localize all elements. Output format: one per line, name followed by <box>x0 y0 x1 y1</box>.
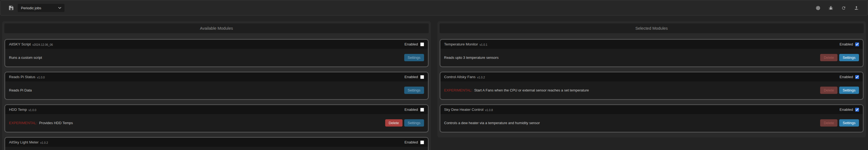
save-icon <box>9 6 13 10</box>
module-card-body: Runs a custom script Settings <box>5 49 428 66</box>
module-description: Controls a dew heater via a temperature … <box>444 121 540 125</box>
module-name: Control Allsky Fans <box>444 75 476 79</box>
module-version: v1.0.1 <box>479 42 488 46</box>
available-modules-header: Available Modules <box>4 23 429 33</box>
enabled-toggle[interactable]: Enabled <box>404 108 424 112</box>
enabled-toggle[interactable]: Enabled <box>404 140 424 144</box>
module-card-header: Control Allsky Fans v1.0.2 Enabled <box>440 72 863 81</box>
module-description-text: Reads upto 3 temperature sensors <box>444 56 499 60</box>
enabled-toggle[interactable]: Enabled <box>404 75 424 79</box>
settings-button[interactable]: Settings <box>404 119 424 127</box>
module-card-header: Sky Dew Heater Control v1.0.8 Enabled <box>440 105 863 114</box>
enabled-checkbox[interactable] <box>420 42 424 46</box>
enabled-label: Enabled <box>839 42 853 46</box>
module-name: AllSky Light Meter <box>9 140 39 144</box>
module-card-body: Reads upto 3 temperature sensors Delete … <box>440 49 863 66</box>
enabled-label: Enabled <box>839 108 853 112</box>
module-version: v1.0.0 <box>29 108 36 112</box>
delete-button[interactable]: Delete <box>385 119 403 127</box>
settings-gear-icon[interactable] <box>816 6 820 10</box>
module-version: v1.0.2 <box>40 141 48 144</box>
enabled-toggle[interactable]: Enabled <box>839 108 859 112</box>
upload-icon[interactable] <box>854 6 859 10</box>
settings-button[interactable]: Settings <box>404 87 424 94</box>
enabled-checkbox[interactable] <box>420 75 424 79</box>
selected-modules-panel: Selected Modules Temperature Monitor v1.… <box>437 21 866 138</box>
enabled-toggle[interactable]: Enabled <box>839 42 859 46</box>
settings-button[interactable]: Settings <box>839 87 859 94</box>
module-name: HDD Temp <box>9 108 27 112</box>
module-card-control-allsky-fans[interactable]: Control Allsky Fans v1.0.2 Enabled EXPER… <box>440 71 864 100</box>
module-card-header: HDD Temp v1.0.0 Enabled <box>5 105 428 114</box>
delete-button[interactable]: Delete <box>820 87 838 94</box>
module-card-body: Controls a dew heater via a temperature … <box>440 114 863 132</box>
module-description-text: Controls a dew heater via a temperature … <box>444 121 540 125</box>
module-card-sky-dew-heater-control[interactable]: Sky Dew Heater Control v1.0.8 Enabled Co… <box>440 104 864 132</box>
enabled-checkbox[interactable] <box>855 108 859 112</box>
module-card-temperature-monitor[interactable]: Temperature Monitor v1.0.1 Enabled Reads… <box>440 39 864 67</box>
enabled-toggle[interactable]: Enabled <box>839 75 859 79</box>
enabled-checkbox[interactable] <box>855 42 859 46</box>
module-version: v1.0.0 <box>37 75 45 79</box>
reload-icon[interactable] <box>841 6 846 10</box>
enabled-checkbox[interactable] <box>420 108 424 112</box>
module-description-text: Provides HDD Temps <box>39 121 73 125</box>
module-description: EXPERIMENTAL: Provides HDD Temps <box>9 121 73 125</box>
module-card-hdd-temp[interactable]: HDD Temp v1.0.0 Enabled EXPERIMENTAL: Pr… <box>4 104 429 132</box>
module-description: Runs a custom script <box>9 56 42 60</box>
module-name: Sky Dew Heater Control <box>444 108 484 112</box>
save-button[interactable] <box>9 5 13 10</box>
debug-bug-icon[interactable] <box>829 6 833 10</box>
module-card-header: Reads Pi Status v1.0.0 Enabled <box>5 72 428 81</box>
enabled-label: Enabled <box>839 75 853 79</box>
modules-content: Available Modules AllSKY Script v2024.12… <box>0 16 868 150</box>
enabled-label: Enabled <box>404 140 418 144</box>
module-card-body <box>5 147 428 150</box>
module-description: Reads Pi Data <box>9 88 32 92</box>
module-card-header: AllSky Light Meter v1.0.2 Enabled <box>5 138 428 147</box>
module-version: v1.0.2 <box>477 75 485 79</box>
module-description-text: Start A Fans when the CPU or external se… <box>474 88 589 92</box>
selected-modules-header: Selected Modules <box>440 23 864 33</box>
toolbar-actions <box>816 6 859 10</box>
module-card-allsky-light-meter[interactable]: AllSky Light Meter v1.0.2 Enabled <box>4 137 429 150</box>
module-card-header: AllSKY Script v2024.12.06_06 Enabled <box>5 40 428 49</box>
module-description-text: Reads Pi Data <box>9 88 32 92</box>
module-card-body: Reads Pi Data Settings <box>5 81 428 99</box>
chevron-down-icon <box>58 7 61 9</box>
enabled-toggle[interactable]: Enabled <box>404 42 424 46</box>
module-name: AllSKY Script <box>9 42 31 46</box>
module-description-text: Runs a custom script <box>9 56 42 60</box>
settings-button[interactable]: Settings <box>839 54 859 61</box>
module-type-dropdown[interactable]: Periodic jobs <box>18 4 64 12</box>
enabled-label: Enabled <box>404 42 418 46</box>
module-card-body: EXPERIMENTAL: Start A Fans when the CPU … <box>440 81 863 99</box>
toolbar: Periodic jobs <box>0 0 868 16</box>
delete-button[interactable]: Delete <box>820 119 838 127</box>
experimental-label: EXPERIMENTAL: <box>9 121 37 125</box>
module-description: EXPERIMENTAL: Start A Fans when the CPU … <box>444 88 589 92</box>
module-version: v1.0.8 <box>485 108 493 112</box>
module-type-dropdown-value: Periodic jobs <box>21 6 41 10</box>
enabled-label: Enabled <box>404 108 418 112</box>
available-modules-panel: Available Modules AllSKY Script v2024.12… <box>2 21 431 150</box>
module-name: Reads Pi Status <box>9 75 35 79</box>
enabled-label: Enabled <box>404 75 418 79</box>
experimental-label: EXPERIMENTAL: <box>444 88 472 92</box>
module-version: v2024.12.06_06 <box>32 42 53 46</box>
settings-button[interactable]: Settings <box>404 54 424 61</box>
enabled-checkbox[interactable] <box>420 141 424 144</box>
module-card-reads-pi-status[interactable]: Reads Pi Status v1.0.0 Enabled Reads Pi … <box>4 71 429 100</box>
module-description: Reads upto 3 temperature sensors <box>444 56 499 60</box>
delete-button[interactable]: Delete <box>820 54 838 61</box>
module-card-body: EXPERIMENTAL: Provides HDD Temps Delete … <box>5 114 428 132</box>
module-name: Temperature Monitor <box>444 42 478 46</box>
enabled-checkbox[interactable] <box>855 75 859 79</box>
settings-button[interactable]: Settings <box>839 119 859 127</box>
module-card-allsky-script[interactable]: AllSKY Script v2024.12.06_06 Enabled Run… <box>4 39 429 67</box>
module-card-header: Temperature Monitor v1.0.1 Enabled <box>440 40 863 49</box>
